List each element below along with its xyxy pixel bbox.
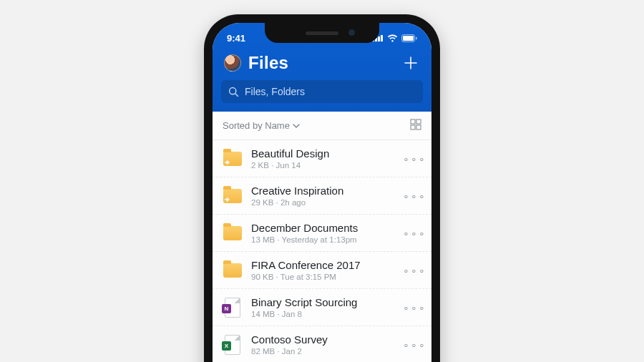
more-button[interactable]: ∘∘∘ <box>403 302 421 313</box>
svg-rect-11 <box>411 125 415 129</box>
more-icon: ∘∘∘ <box>403 228 426 239</box>
folder-icon <box>223 263 242 278</box>
list-item[interactable]: N Binary Script Sourcing 14 MB · Jan 8 ∘… <box>213 289 431 326</box>
item-body: Beautiful Design 2 KB · Jun 14 <box>251 147 394 170</box>
item-icon <box>223 186 243 206</box>
view-toggle-button[interactable] <box>410 119 421 132</box>
avatar[interactable] <box>224 54 241 72</box>
list-item[interactable]: FIRA Conference 2017 90 KB · Tue at 3:15… <box>213 252 431 289</box>
add-button[interactable] <box>401 54 420 72</box>
svg-rect-10 <box>416 119 421 124</box>
wifi-icon <box>387 34 398 42</box>
chevron-down-icon <box>293 122 300 129</box>
svg-line-8 <box>235 93 238 96</box>
sort-button[interactable]: Sorted by Name <box>223 120 300 131</box>
item-body: Contoso Survey 82 MB · Jan 2 <box>251 333 394 356</box>
svg-rect-3 <box>381 35 383 41</box>
sort-label: Sorted by Name <box>223 120 290 131</box>
item-icon <box>223 223 243 243</box>
plus-icon <box>404 56 418 70</box>
more-button[interactable]: ∘∘∘ <box>403 265 421 276</box>
item-title: Contoso Survey <box>251 333 394 346</box>
folder-icon <box>223 189 242 203</box>
more-button[interactable]: ∘∘∘ <box>403 190 421 202</box>
item-title: Beautiful Design <box>251 147 394 160</box>
item-icon <box>223 149 243 169</box>
onenote-file-icon: N <box>225 298 240 318</box>
title-row: Files <box>213 49 431 80</box>
more-button[interactable]: ∘∘∘ <box>403 228 421 239</box>
phone-frame: 9:41 Files Files, Folders <box>204 14 440 362</box>
phone-screen: 9:41 Files Files, Folders <box>213 23 431 362</box>
item-icon <box>223 260 243 280</box>
status-time: 9:41 <box>227 33 245 44</box>
item-meta: 29 KB · 2h ago <box>251 198 394 207</box>
search-container: Files, Folders <box>213 80 431 112</box>
item-meta: 82 MB · Jan 2 <box>251 347 394 356</box>
battery-icon <box>401 34 417 42</box>
item-title: Binary Script Sourcing <box>251 296 394 308</box>
excel-badge: X <box>222 341 231 351</box>
svg-rect-5 <box>403 36 414 41</box>
item-title: December Documents <box>251 222 394 234</box>
file-list[interactable]: Beautiful Design 2 KB · Jun 14 ∘∘∘ Creat… <box>213 140 431 362</box>
sort-row: Sorted by Name <box>213 112 431 140</box>
svg-rect-12 <box>416 125 421 129</box>
item-body: December Documents 13 MB · Yesterday at … <box>251 222 394 244</box>
item-title: FIRA Conference 2017 <box>251 259 394 271</box>
svg-rect-6 <box>416 36 417 39</box>
svg-rect-2 <box>378 36 380 41</box>
item-meta: 90 KB · Tue at 3:15 PM <box>251 273 394 281</box>
item-meta: 14 MB · Jan 8 <box>251 310 394 318</box>
front-camera <box>348 29 355 36</box>
more-icon: ∘∘∘ <box>403 153 426 165</box>
item-icon: X <box>223 335 243 355</box>
folder-icon <box>223 226 242 240</box>
search-placeholder: Files, Folders <box>245 86 305 97</box>
svg-rect-9 <box>411 119 415 124</box>
list-item[interactable]: December Documents 13 MB · Yesterday at … <box>213 215 431 252</box>
list-item[interactable]: X Contoso Survey 82 MB · Jan 2 ∘∘∘ <box>213 326 431 362</box>
folder-icon <box>223 152 242 166</box>
item-icon: N <box>223 298 243 318</box>
search-icon <box>228 87 239 97</box>
more-icon: ∘∘∘ <box>403 190 426 202</box>
more-icon: ∘∘∘ <box>403 265 426 276</box>
more-button[interactable]: ∘∘∘ <box>403 153 421 165</box>
item-meta: 2 KB · Jun 14 <box>251 161 394 170</box>
list-item[interactable]: Beautiful Design 2 KB · Jun 14 ∘∘∘ <box>213 140 431 177</box>
excel-file-icon: X <box>225 335 240 355</box>
item-body: Binary Script Sourcing 14 MB · Jan 8 <box>251 296 394 318</box>
list-item[interactable]: Creative Inspiration 29 KB · 2h ago ∘∘∘ <box>213 177 431 215</box>
phone-notch <box>265 23 379 43</box>
item-meta: 13 MB · Yesterday at 1:13pm <box>251 235 394 244</box>
more-icon: ∘∘∘ <box>403 339 426 351</box>
onenote-badge: N <box>222 304 231 313</box>
item-body: FIRA Conference 2017 90 KB · Tue at 3:15… <box>251 259 394 281</box>
more-button[interactable]: ∘∘∘ <box>403 339 421 351</box>
speaker-grille <box>306 31 338 35</box>
status-indicators <box>372 34 417 42</box>
item-title: Creative Inspiration <box>251 185 394 197</box>
page-title: Files <box>248 53 394 73</box>
more-icon: ∘∘∘ <box>403 302 426 313</box>
item-body: Creative Inspiration 29 KB · 2h ago <box>251 185 394 207</box>
search-input[interactable]: Files, Folders <box>221 80 423 103</box>
grid-view-icon <box>410 119 421 130</box>
